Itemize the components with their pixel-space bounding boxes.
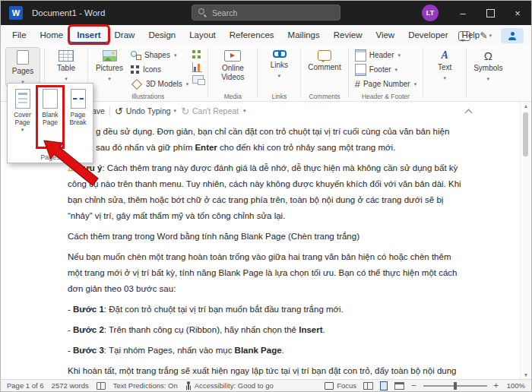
links-label: Links	[271, 61, 288, 70]
proofing-button[interactable]	[97, 382, 106, 390]
paragraph: Nếu bạn muốn chèn một trang hoàn toàn tr…	[68, 249, 466, 297]
illustrations-group: Pictures Shapes Icons 3D Models	[89, 45, 207, 101]
customize-qat-icon[interactable]: ▾	[243, 108, 246, 114]
status-bar: Page 1 of 6 2572 words Text Predictions:…	[1, 379, 531, 391]
group-separator	[348, 48, 349, 98]
comment-button[interactable]: Comment	[305, 47, 344, 74]
window-title: Document1 - Word	[32, 8, 105, 17]
search-placeholder: Search	[212, 8, 237, 17]
zoom-slider[interactable]	[423, 385, 487, 387]
scrollbar-thumb[interactable]	[523, 112, 528, 156]
text-predictions[interactable]: Text Predictions: On	[113, 381, 178, 390]
paragraph: ⚠ Lưu ý: Cách thêm trang này được đánh g…	[68, 160, 466, 224]
comments-group-label: Comments	[302, 93, 347, 100]
flyout-item-cover-page[interactable]: Cover Page	[9, 87, 36, 150]
3d-models-label: 3D Models	[146, 80, 182, 88]
tab-developer[interactable]: Developer	[401, 27, 454, 43]
shapes-icon	[131, 51, 141, 60]
maximize-icon	[486, 9, 495, 17]
zoom-slider-thumb[interactable]	[454, 382, 457, 390]
flyout-item-page-break[interactable]: Page Break	[65, 87, 91, 150]
omega-icon: Ω	[484, 50, 492, 62]
table-button[interactable]: Table	[49, 47, 84, 84]
flyout-item-label: Cover Page	[9, 111, 36, 134]
comments-icon[interactable]	[458, 31, 470, 41]
header-footer-group-label: Header & Footer	[350, 93, 422, 100]
read-mode-button[interactable]	[363, 382, 373, 390]
online-videos-button[interactable]: Online Videos	[212, 47, 253, 83]
cover-page-icon	[15, 89, 30, 109]
3d-models-icon	[131, 78, 142, 89]
smartart-icon[interactable]	[192, 50, 201, 59]
pictures-icon	[103, 50, 117, 62]
table-icon	[59, 50, 74, 62]
tab-design[interactable]: Design	[141, 27, 182, 43]
comments-group: Comment Comments	[302, 45, 347, 101]
title-bar: W Document1 - Word Search LT – ×	[1, 1, 531, 25]
web-layout-button[interactable]	[394, 382, 404, 390]
search-input[interactable]: Search	[192, 5, 340, 21]
paragraph: Khi hoàn tất, một trang trắng sẽ xuất hi…	[68, 363, 466, 379]
pages-button[interactable]: Pages	[5, 47, 40, 87]
tab-draw[interactable]: Draw	[108, 27, 142, 43]
word-app-icon[interactable]: W	[9, 6, 23, 20]
scroll-down-icon[interactable]: ▼	[521, 372, 531, 378]
icons-button[interactable]: Icons	[128, 62, 191, 77]
zoom-level[interactable]: 100%	[505, 381, 525, 390]
scroll-up-icon[interactable]: ▲	[521, 103, 531, 109]
paragraph: g đều sử dụng. Đơn giản, bạn chỉ cần đặt…	[96, 124, 466, 140]
close-button[interactable]: ×	[504, 1, 531, 25]
tab-insert[interactable]: Insert	[70, 27, 107, 43]
focus-icon	[325, 382, 334, 390]
screenshot-icon[interactable]	[192, 75, 204, 84]
zoom-in-button[interactable]: +	[494, 381, 499, 390]
page-indicator[interactable]: Page 1 of 6	[7, 381, 44, 390]
tab-references[interactable]: References	[223, 27, 281, 43]
tab-layout[interactable]: Layout	[182, 27, 223, 43]
shapes-button[interactable]: Shapes	[128, 48, 191, 62]
focus-button[interactable]: Focus	[325, 381, 356, 390]
undo-label: Undo Typing	[126, 106, 171, 115]
pen-icon: ✎	[480, 30, 487, 41]
maximize-button[interactable]	[477, 1, 504, 25]
page-number-label: Page Number	[363, 80, 410, 88]
word-count[interactable]: 2572 words	[52, 381, 89, 390]
cant-repeat-button[interactable]: ↻ Can't Repeat	[181, 106, 239, 116]
text-button[interactable]: A Text	[427, 47, 462, 83]
links-button[interactable]: Links	[261, 47, 296, 81]
shapes-label: Shapes	[144, 51, 170, 59]
collapse-ribbon-icon[interactable]	[466, 108, 472, 114]
tab-mailings[interactable]: Mailings	[281, 27, 327, 43]
editing-mode-button[interactable]: ✎▾	[480, 30, 492, 41]
header-button[interactable]: Header	[353, 48, 419, 62]
3d-models-button[interactable]: 3D Models	[128, 77, 191, 91]
pictures-button[interactable]: Pictures	[92, 47, 127, 84]
accessibility-status[interactable]: Accessibility: Good to go	[185, 381, 274, 390]
chart-icon[interactable]	[192, 62, 202, 72]
search-icon	[198, 8, 207, 17]
undo-typing-button[interactable]: ↺ Undo Typing ▾	[115, 106, 176, 116]
symbols-button[interactable]: Ω Symbols	[470, 47, 505, 84]
minimize-button[interactable]: –	[449, 1, 477, 25]
page-number-button[interactable]: # Page Number	[353, 77, 419, 91]
vertical-scrollbar[interactable]: ▲ ▼	[520, 102, 531, 379]
share-button[interactable]	[501, 28, 524, 43]
pages-icon	[17, 50, 29, 65]
print-layout-button[interactable]	[380, 381, 388, 390]
paragraph: - Bước 2: Trên thanh công cụ (Ribbon), h…	[68, 322, 466, 338]
zoom-out-button[interactable]: −	[411, 381, 416, 390]
online-videos-label: Online Videos	[215, 64, 250, 81]
proofing-icon	[97, 382, 106, 390]
page-break-icon	[71, 89, 86, 109]
footer-button[interactable]: Footer	[353, 62, 419, 77]
online-videos-icon	[224, 50, 241, 62]
group-separator	[423, 48, 423, 98]
paragraph: - Bước 1: Đặt con trỏ chuột tại vị trí b…	[68, 302, 466, 318]
flyout-item-blank-page[interactable]: Blank Page	[37, 87, 64, 150]
tab-file[interactable]: File	[5, 27, 33, 43]
tab-home[interactable]: Home	[33, 27, 71, 43]
page-number-icon: #	[355, 79, 360, 89]
tab-view[interactable]: View	[369, 27, 401, 43]
avatar[interactable]: LT	[422, 5, 439, 21]
tab-review[interactable]: Review	[327, 27, 369, 43]
